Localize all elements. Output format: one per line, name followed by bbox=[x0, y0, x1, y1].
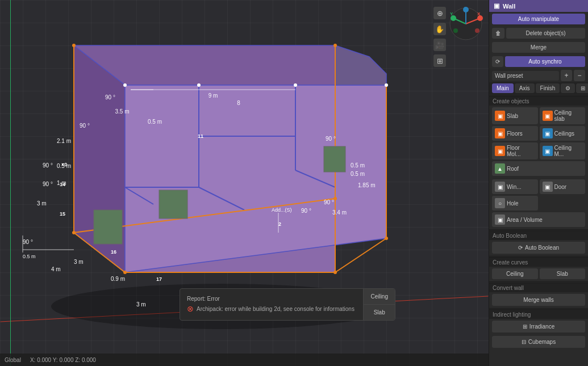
ceilings-label: Ceilings bbox=[554, 131, 575, 137]
floor-mol-btn[interactable]: ▣ Floor Mol... bbox=[492, 142, 538, 159]
ceiling-m-icon: ▣ bbox=[543, 146, 553, 156]
roof-btn[interactable]: ▲ Roof bbox=[492, 161, 585, 176]
svg-text:90 °: 90 ° bbox=[326, 136, 336, 142]
error-message: Archipack: error while building 2d, see … bbox=[197, 306, 355, 312]
svg-text:11: 11 bbox=[198, 133, 203, 139]
floors-btn[interactable]: ▣ Floors bbox=[492, 126, 538, 141]
vp-add-icon[interactable]: ⊕ bbox=[433, 7, 446, 19]
ceiling-m-btn[interactable]: ▣ Ceiling M... bbox=[540, 142, 586, 159]
create-curves-label: Create curves bbox=[489, 257, 588, 267]
svg-text:15: 15 bbox=[60, 211, 65, 217]
irradiance-text: Irradiance bbox=[529, 323, 554, 330]
3d-viewport[interactable]: 9 m 8 3.5 m 0.5 m 2.1 m 0.5 m 1 m 3 m 4 … bbox=[0, 0, 489, 366]
error-title: Report: Error bbox=[187, 296, 356, 302]
svg-point-55 bbox=[385, 83, 388, 87]
svg-point-58 bbox=[333, 271, 337, 274]
svg-text:90 °: 90 ° bbox=[105, 94, 115, 100]
svg-text:Z: Z bbox=[464, 7, 466, 10]
navigation-gizmo[interactable]: X Y Z bbox=[449, 7, 483, 41]
svg-text:0.5 m: 0.5 m bbox=[148, 119, 162, 125]
error-icon: ⊗ bbox=[187, 304, 194, 313]
vp-move-icon[interactable]: ✋ bbox=[433, 23, 446, 35]
delete-btn[interactable]: Delete object(s) bbox=[506, 28, 585, 39]
roof-icon: ▲ bbox=[495, 163, 505, 174]
wall-preset-add-btn[interactable]: + bbox=[561, 70, 572, 81]
cubemaps-btn[interactable]: ⊟ Cubemaps bbox=[492, 336, 585, 348]
door-btn[interactable]: ▣ Door bbox=[540, 179, 586, 194]
wall-preset-remove-btn[interactable]: − bbox=[574, 70, 585, 81]
hole-icon: ○ bbox=[495, 198, 505, 208]
svg-point-50 bbox=[72, 44, 76, 47]
merge-walls-btn[interactable]: Merge walls bbox=[492, 294, 585, 306]
auto-synchro-btn[interactable]: Auto synchro bbox=[505, 56, 585, 67]
svg-text:3 m: 3 m bbox=[136, 301, 146, 308]
error-ceiling-btn[interactable]: Ceiling bbox=[363, 289, 395, 304]
delete-row: 🗑 Delete object(s) bbox=[489, 26, 588, 40]
tab-grid[interactable]: ⊞ bbox=[576, 83, 588, 93]
irradiance-btn[interactable]: ⊞ Irradiance bbox=[492, 321, 585, 333]
svg-text:3.4 m: 3.4 m bbox=[332, 209, 347, 216]
tab-axis[interactable]: Axis bbox=[515, 83, 535, 93]
right-panel: ▣ Wall Auto manipulate 🗑 Delete object(s… bbox=[489, 0, 588, 366]
svg-rect-20 bbox=[159, 190, 187, 218]
tab-settings[interactable]: ⚙ bbox=[561, 83, 575, 93]
floors-label: Floors bbox=[507, 131, 523, 137]
cubemaps-icon: ⊟ bbox=[522, 339, 526, 345]
svg-text:17: 17 bbox=[156, 276, 162, 282]
vp-camera-icon[interactable]: 🎥 bbox=[433, 39, 446, 51]
auto-manipulate-btn[interactable]: Auto manipulate bbox=[492, 14, 585, 24]
auto-boolean-btn[interactable]: ⟳ Auto Boolean bbox=[492, 242, 585, 254]
area-volume-icon: ▣ bbox=[495, 214, 505, 225]
svg-text:0.5 m: 0.5 m bbox=[351, 162, 365, 169]
delete-icon: 🗑 bbox=[492, 28, 504, 39]
hole-btn[interactable]: ○ Hole bbox=[492, 196, 538, 211]
auto-boolean-label: Auto Boolean bbox=[489, 230, 588, 240]
floor-mol-icon: ▣ bbox=[495, 146, 505, 156]
auto-manipulate-row: Auto manipulate bbox=[489, 12, 588, 26]
ceilings-btn[interactable]: ▣ Ceilings bbox=[540, 126, 586, 141]
svg-text:90 °: 90 ° bbox=[23, 239, 33, 245]
curves-slab-btn[interactable]: Slab bbox=[540, 268, 586, 279]
door-icon: ▣ bbox=[543, 182, 553, 192]
create-objects-grid: ▣ Slab ▣ Ceiling slab ▣ Floors ▣ Ceiling… bbox=[489, 106, 588, 161]
svg-text:Y: Y bbox=[450, 11, 453, 16]
error-slab-btn[interactable]: Slab bbox=[363, 304, 395, 320]
svg-point-56 bbox=[72, 231, 76, 234]
area-volume-btn[interactable]: ▣ Area / Volume bbox=[492, 212, 585, 227]
tab-finish[interactable]: Finish bbox=[536, 83, 560, 93]
openings-grid: ▣ Win... ▣ Door ○ Hole bbox=[489, 178, 588, 212]
curves-ceiling-btn[interactable]: Ceiling bbox=[492, 268, 538, 279]
error-popup: Report: Error ⊗ Archipack: error while b… bbox=[180, 288, 395, 321]
slab-btn[interactable]: ▣ Slab bbox=[492, 107, 538, 124]
ceiling-slab-btn[interactable]: ▣ Ceiling slab bbox=[540, 107, 586, 124]
cubemaps-text: Cubemaps bbox=[528, 339, 556, 345]
window-btn[interactable]: ▣ Win... bbox=[492, 179, 538, 194]
svg-point-53 bbox=[197, 83, 201, 87]
floor-mol-label: Floor Mol... bbox=[507, 145, 535, 157]
svg-text:14: 14 bbox=[60, 182, 65, 187]
viewport-status-bar: Global X: 0.000 Y: 0.000 Z: 0.000 bbox=[0, 354, 489, 366]
svg-text:3 m: 3 m bbox=[74, 259, 84, 265]
svg-text:90 °: 90 ° bbox=[43, 162, 53, 169]
hole-label: Hole bbox=[507, 200, 519, 207]
svg-text:×0: ×0 bbox=[61, 162, 67, 167]
vp-grid-icon[interactable]: ⊞ bbox=[433, 54, 446, 67]
panel-title-row: ▣ Wall bbox=[489, 0, 588, 12]
svg-point-54 bbox=[294, 83, 297, 87]
tab-main[interactable]: Main bbox=[492, 83, 514, 93]
convert-wall-label: Convert wall bbox=[489, 283, 588, 292]
create-objects-label: Create objects bbox=[489, 96, 588, 106]
svg-text:0.5 m: 0.5 m bbox=[23, 254, 36, 259]
svg-text:2.1 m: 2.1 m bbox=[57, 138, 71, 144]
panel-icon: ▣ bbox=[494, 2, 499, 10]
svg-text:16: 16 bbox=[111, 249, 116, 255]
status-text: Global bbox=[5, 357, 21, 363]
svg-text:90 °: 90 ° bbox=[80, 123, 90, 129]
irradiance-icon: ⊞ bbox=[523, 323, 527, 330]
svg-point-84 bbox=[453, 28, 458, 33]
svg-text:2: 2 bbox=[278, 221, 281, 227]
merge-btn[interactable]: Merge bbox=[492, 42, 585, 53]
ceiling-m-label: Ceiling M... bbox=[554, 145, 583, 157]
svg-rect-21 bbox=[324, 146, 345, 172]
curves-btns: Ceiling Slab bbox=[489, 267, 588, 281]
